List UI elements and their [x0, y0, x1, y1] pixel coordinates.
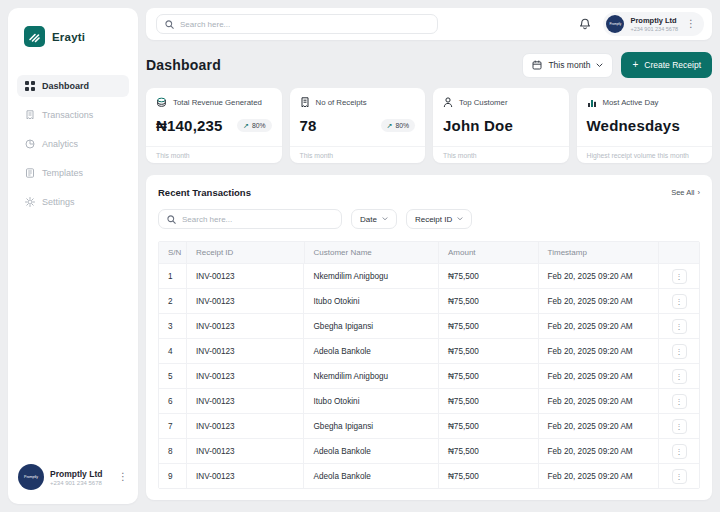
cell-receipt-id: INV-00123	[186, 339, 304, 363]
avatar: Promptly	[18, 464, 44, 490]
bell-icon	[579, 18, 591, 30]
cell-customer-name: Itubo Otokini	[303, 389, 437, 413]
cell-receipt-id: INV-00123	[186, 289, 304, 313]
row-actions-button[interactable]: ⋮	[672, 419, 687, 434]
cell-sn: 9	[159, 464, 186, 488]
cell-timestamp: Feb 20, 2025 09:20 AM	[538, 264, 659, 288]
trend-up-icon: ↗	[243, 122, 249, 129]
user-menu-button[interactable]: ⋮	[684, 17, 698, 31]
row-actions-button[interactable]: ⋮	[672, 369, 687, 384]
brand-name: Erayti	[52, 31, 85, 43]
pie-chart-icon	[25, 139, 35, 149]
row-actions-button[interactable]: ⋮	[672, 319, 687, 334]
row-actions-button[interactable]: ⋮	[672, 469, 687, 484]
cell-customer-name: Nkemdilim Anigbogu	[303, 364, 437, 388]
table-row: 5INV-00123Nkemdilim Anigbogu₦75,500Feb 2…	[159, 363, 699, 388]
cell-customer-name: Gbegha Ipigansi	[303, 314, 437, 338]
table-header-row: S/N Receipt ID Customer Name Amount Time…	[159, 242, 699, 263]
gear-icon	[25, 197, 35, 207]
receipt-icon	[300, 97, 310, 108]
column-header-actions	[658, 242, 699, 263]
cell-customer-name: Nkemdilim Anigbogu	[303, 264, 437, 288]
stat-value: Wednesdays	[587, 117, 680, 134]
table-row: 8INV-00123Adeola Bankole₦75,500Feb 20, 2…	[159, 438, 699, 463]
stat-card-most-active-day: Most Active Day Wednesdays Highest recei…	[577, 88, 713, 163]
create-receipt-label: Create Receipt	[644, 60, 701, 70]
chevron-down-icon	[596, 63, 603, 68]
cell-sn: 3	[159, 314, 186, 338]
cell-actions: ⋮	[658, 439, 699, 463]
cell-customer-name: Gbegha Ipigansi	[303, 414, 437, 438]
cell-sn: 6	[159, 389, 186, 413]
cell-receipt-id: INV-00123	[186, 439, 304, 463]
cell-customer-name: Adeola Bankole	[303, 464, 437, 488]
cell-sn: 2	[159, 289, 186, 313]
cell-actions: ⋮	[658, 289, 699, 313]
stat-value: 78	[300, 117, 317, 134]
cell-amount: ₦75,500	[438, 464, 538, 488]
sidebar-item-analytics[interactable]: Analytics	[17, 133, 129, 155]
stat-label: Top Customer	[459, 98, 508, 107]
row-actions-button[interactable]: ⋮	[672, 344, 687, 359]
cell-actions: ⋮	[658, 264, 699, 288]
transactions-search-input[interactable]	[182, 215, 333, 224]
row-actions-button[interactable]: ⋮	[672, 444, 687, 459]
search-input[interactable]	[180, 20, 429, 29]
cell-amount: ₦75,500	[438, 364, 538, 388]
period-filter-button[interactable]: This month	[522, 53, 613, 78]
column-header-timestamp: Timestamp	[538, 242, 659, 263]
user-menu[interactable]: Promptly Promptly Ltd +234 901 234 5678 …	[603, 12, 704, 36]
dashboard-icon	[25, 81, 35, 91]
sidebar-item-transactions[interactable]: Transactions	[17, 104, 129, 126]
cell-receipt-id: INV-00123	[186, 364, 304, 388]
bar-chart-icon	[587, 97, 597, 108]
cell-amount: ₦75,500	[438, 389, 538, 413]
stat-value: ₦140,235	[156, 117, 223, 134]
recent-transactions-card: Recent Transactions See All › Date Recei…	[146, 175, 712, 500]
calendar-icon	[532, 60, 542, 70]
profile-menu-button[interactable]: ⋮	[116, 470, 130, 484]
cell-sn: 7	[159, 414, 186, 438]
kebab-icon: ⋮	[676, 348, 683, 355]
trend-badge: ↗ 80%	[381, 119, 415, 132]
date-filter-button[interactable]: Date	[351, 209, 397, 229]
chevron-down-icon	[457, 217, 463, 221]
page-title: Dashboard	[146, 57, 221, 73]
cell-timestamp: Feb 20, 2025 09:20 AM	[538, 339, 659, 363]
receipt-id-filter-button[interactable]: Receipt ID	[406, 209, 472, 229]
sidebar-item-label: Transactions	[42, 110, 93, 120]
column-header-sn: S/N	[159, 242, 186, 263]
sidebar-item-label: Dashboard	[42, 81, 89, 91]
cell-sn: 5	[159, 364, 186, 388]
cell-sn: 4	[159, 339, 186, 363]
stats-row: Total Revenue Generated ₦140,235 ↗ 80% T…	[146, 88, 712, 163]
table-row: 6INV-00123Itubo Otokini₦75,500Feb 20, 20…	[159, 388, 699, 413]
sidebar-item-templates[interactable]: Templates	[17, 162, 129, 184]
cell-actions: ⋮	[658, 464, 699, 488]
cell-amount: ₦75,500	[438, 439, 538, 463]
stat-card-top-customer: Top Customer John Doe This month	[433, 88, 569, 163]
table-row: 4INV-00123Adeola Bankole₦75,500Feb 20, 2…	[159, 338, 699, 363]
row-actions-button[interactable]: ⋮	[672, 294, 687, 309]
trend-value: 80%	[252, 122, 266, 129]
stat-value: John Doe	[443, 117, 513, 134]
transactions-table: S/N Receipt ID Customer Name Amount Time…	[158, 241, 700, 489]
sidebar-item-label: Templates	[42, 168, 83, 178]
trend-badge: ↗ 80%	[237, 119, 271, 132]
sidebar-item-settings[interactable]: Settings	[17, 191, 129, 213]
see-all-link[interactable]: See All ›	[671, 188, 700, 197]
row-actions-button[interactable]: ⋮	[672, 394, 687, 409]
notifications-button[interactable]	[577, 16, 593, 32]
cell-timestamp: Feb 20, 2025 09:20 AM	[538, 364, 659, 388]
stat-label: Total Revenue Generated	[173, 98, 262, 107]
cell-timestamp: Feb 20, 2025 09:20 AM	[538, 289, 659, 313]
row-actions-button[interactable]: ⋮	[672, 269, 687, 284]
sidebar-item-dashboard[interactable]: Dashboard	[17, 75, 129, 97]
stat-footer: This month	[146, 146, 282, 163]
stat-card-total-revenue: Total Revenue Generated ₦140,235 ↗ 80% T…	[146, 88, 282, 163]
filter-label: Date	[360, 215, 377, 224]
transactions-search	[158, 209, 342, 229]
create-receipt-button[interactable]: + Create Receipt	[621, 52, 712, 78]
kebab-icon: ⋮	[676, 373, 683, 380]
kebab-icon: ⋮	[676, 273, 683, 280]
